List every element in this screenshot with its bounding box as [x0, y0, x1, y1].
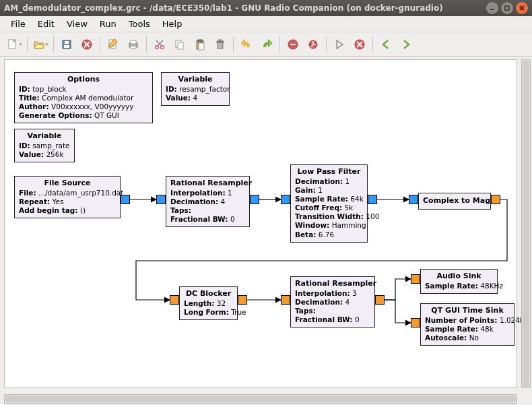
block-title: File Source: [19, 179, 116, 188]
maximize-button[interactable]: [501, 2, 513, 14]
port-out[interactable]: [368, 195, 377, 204]
block-title: Variable: [166, 75, 225, 84]
canvas-area: Options ID: top_block Title: Complex AM …: [0, 57, 532, 405]
svg-rect-28: [290, 44, 296, 45]
menubar: File Edit View Run Tools Help: [0, 16, 532, 32]
port-in[interactable]: [281, 195, 290, 204]
port-in[interactable]: [411, 318, 420, 328]
open-button[interactable]: ▾: [31, 35, 50, 54]
minimize-button[interactable]: [486, 2, 498, 14]
block-title: Options: [19, 75, 148, 84]
block-title: Audio Sink: [425, 272, 493, 281]
block-title: Variable: [19, 131, 70, 141]
titlebar: AM_demodulator_complex.grc - /data/ECE35…: [0, 0, 532, 16]
cut-button[interactable]: [150, 35, 169, 54]
svg-rect-23: [199, 43, 204, 50]
edit-properties-button[interactable]: [104, 35, 123, 54]
menu-edit[interactable]: Edit: [32, 17, 60, 31]
block-title: DC Blocker: [184, 289, 233, 299]
port-in[interactable]: [156, 195, 166, 204]
close-button[interactable]: [516, 2, 528, 14]
svg-rect-26: [219, 40, 222, 41]
print-button[interactable]: [124, 35, 143, 54]
block-title: Rational Resampler: [170, 179, 245, 188]
port-out[interactable]: [491, 195, 500, 204]
svg-rect-24: [218, 42, 223, 49]
menu-run[interactable]: Run: [94, 17, 122, 31]
block-rational-resampler-2[interactable]: Rational Resampler Interpolation: 3 Deci…: [290, 276, 375, 328]
port-in[interactable]: [411, 274, 420, 284]
block-dc-blocker[interactable]: DC Blocker Length: 32 Long Form: True: [179, 286, 238, 320]
vertical-scrollbar[interactable]: [521, 59, 531, 388]
block-qt-gui-time-sink[interactable]: QT GUI Time Sink Number of Points: 1.024…: [420, 303, 514, 346]
block-complex-to-mag[interactable]: Complex to Mag: [418, 193, 491, 210]
block-rational-resampler-1[interactable]: Rational Resampler Interpolation: 1 Deci…: [166, 176, 250, 227]
back-button[interactable]: [376, 35, 395, 54]
menu-file[interactable]: File: [5, 17, 31, 31]
block-variable-samp-rate[interactable]: Variable ID: samp_rate Value: 256k: [14, 129, 75, 162]
flowgraph-canvas[interactable]: Options ID: top_block Title: Complex AM …: [4, 59, 517, 388]
kill-button[interactable]: [350, 35, 369, 54]
execute-button[interactable]: [330, 35, 349, 54]
block-title: Complex to Mag: [423, 196, 486, 206]
port-out[interactable]: [375, 295, 385, 305]
block-title: Rational Resampler: [295, 279, 370, 288]
paste-button[interactable]: [191, 35, 209, 54]
undo-button[interactable]: [237, 35, 256, 54]
svg-rect-7: [65, 41, 69, 44]
error-console-button[interactable]: [284, 35, 302, 54]
redo-button[interactable]: [257, 35, 276, 54]
menu-tools[interactable]: Tools: [123, 17, 156, 31]
svg-rect-6: [64, 45, 69, 48]
forward-button[interactable]: [397, 35, 415, 54]
menu-help[interactable]: Help: [157, 17, 188, 31]
port-out[interactable]: [238, 295, 247, 305]
block-audio-sink[interactable]: Audio Sink Sample Rate: 48KHz: [420, 269, 498, 294]
svg-rect-20: [178, 42, 183, 49]
block-title: Low Pass Filter: [295, 167, 363, 177]
toolbar: ▾ ▾: [0, 32, 532, 57]
port-out[interactable]: [121, 195, 130, 204]
svg-rect-22: [198, 40, 202, 42]
port-in[interactable]: [170, 295, 179, 305]
save-button[interactable]: [57, 35, 76, 54]
copy-button[interactable]: [170, 35, 189, 54]
port-in[interactable]: [409, 195, 418, 204]
svg-rect-1: [505, 6, 509, 10]
block-variable-resamp-factor[interactable]: Variable ID: resamp_factor Value: 4: [161, 72, 230, 106]
menu-view[interactable]: View: [61, 17, 93, 31]
window-title: AM_demodulator_complex.grc - /data/ECE35…: [4, 3, 486, 13]
delete-button[interactable]: [211, 35, 230, 54]
find-block-button[interactable]: [304, 35, 323, 54]
block-options[interactable]: Options ID: top_block Title: Complex AM …: [14, 72, 153, 123]
port-out[interactable]: [250, 195, 259, 204]
port-in[interactable]: [281, 295, 290, 305]
horizontal-scrollbar[interactable]: [4, 394, 517, 404]
close-flowgraph-button[interactable]: [77, 35, 96, 54]
svg-rect-14: [131, 46, 136, 49]
block-file-source[interactable]: File Source File: .../data/am_usrp710.da…: [14, 176, 121, 218]
svg-rect-13: [131, 40, 136, 44]
new-button[interactable]: ▾: [5, 35, 24, 54]
block-low-pass-filter[interactable]: Low Pass Filter Decimation: 1 Gain: 1 Sa…: [290, 164, 368, 243]
block-title: QT GUI Time Sink: [425, 306, 510, 315]
